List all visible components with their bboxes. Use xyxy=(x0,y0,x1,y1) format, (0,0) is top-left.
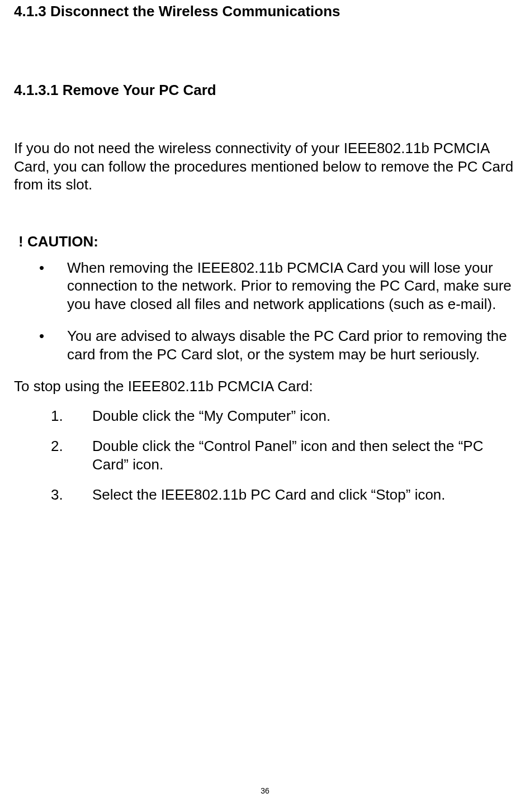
step-item: 3. Select the IEEE802.11b PC Card and cl… xyxy=(14,486,516,504)
step-text: Double click the “My Computer” icon. xyxy=(92,407,330,424)
step-item: 1. Double click the “My Computer” icon. xyxy=(14,407,516,425)
subsection-heading: 4.1.3.1 Remove Your PC Card xyxy=(14,82,516,99)
intro-paragraph: If you do not need the wireless connecti… xyxy=(14,139,516,194)
step-number: 2. xyxy=(51,437,63,455)
steps-list: 1. Double click the “My Computer” icon. … xyxy=(14,407,516,504)
caution-item: When removing the IEEE802.11b PCMCIA Car… xyxy=(14,259,516,314)
step-text: Select the IEEE802.11b PC Card and click… xyxy=(92,486,446,503)
page-number: 36 xyxy=(0,786,530,795)
caution-item: You are advised to always disable the PC… xyxy=(14,327,516,363)
steps-intro: To stop using the IEEE802.11b PCMCIA Car… xyxy=(14,377,516,396)
step-number: 1. xyxy=(51,407,63,425)
caution-list: When removing the IEEE802.11b PCMCIA Car… xyxy=(14,259,516,364)
step-item: 2. Double click the “Control Panel” icon… xyxy=(14,437,516,473)
caution-heading: ! CAUTION: xyxy=(18,233,516,250)
section-heading: 4.1.3 Disconnect the Wireless Communicat… xyxy=(14,3,516,20)
step-number: 3. xyxy=(51,486,63,504)
step-text: Double click the “Control Panel” icon an… xyxy=(92,438,483,473)
